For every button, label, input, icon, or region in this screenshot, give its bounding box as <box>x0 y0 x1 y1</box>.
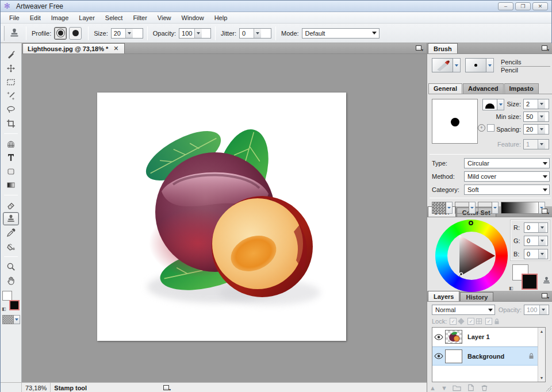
menu-select[interactable]: Select <box>100 13 128 22</box>
scroll-down-icon[interactable]: ▼ <box>538 374 545 382</box>
scatter-resource-button[interactable] <box>478 202 499 214</box>
default-colors-icon[interactable]: ◧ <box>509 286 513 291</box>
opacity-input[interactable]: 100 <box>179 28 211 39</box>
layer-name[interactable]: Background <box>467 353 504 360</box>
panel-menu-icon[interactable]: ▾ <box>163 385 171 391</box>
foreground-color-swatch[interactable] <box>9 300 20 310</box>
text-tool-icon[interactable] <box>3 151 19 164</box>
tab-brush[interactable]: Brush <box>428 43 458 53</box>
new-layer-icon[interactable] <box>466 384 475 391</box>
visibility-eye-icon[interactable] <box>432 334 445 340</box>
method-dropdown[interactable]: Mild cover <box>464 171 550 182</box>
tab-close-icon[interactable]: ✕ <box>113 45 119 52</box>
dropdown-arrow-icon[interactable] <box>446 202 453 214</box>
menu-filter[interactable]: Filter <box>128 13 152 22</box>
default-colors-icon[interactable]: ◧ <box>2 306 6 312</box>
texture-swatch[interactable] <box>2 315 14 324</box>
menu-view[interactable]: View <box>152 13 177 22</box>
jitter-spinner[interactable] <box>254 29 261 38</box>
lasso-tool-icon[interactable] <box>3 103 19 116</box>
size-spinner[interactable] <box>125 29 133 38</box>
zoom-level[interactable]: 73,18% <box>22 385 50 391</box>
spacing-checkbox[interactable] <box>487 124 494 132</box>
blend-mode-dropdown[interactable]: Normal <box>432 305 495 315</box>
crop-tool-icon[interactable] <box>3 117 19 130</box>
menu-window[interactable]: Window <box>177 13 209 22</box>
brush-size-input[interactable]: 2 <box>523 99 549 109</box>
layer-thumbnail[interactable] <box>445 349 462 363</box>
move-tool-icon[interactable] <box>3 62 19 75</box>
layer-row-background[interactable]: Background <box>432 347 538 366</box>
dropdown-arrow-icon[interactable] <box>453 58 461 72</box>
sv-triangle[interactable] <box>435 220 508 292</box>
resize-grip[interactable] <box>546 386 551 391</box>
tab-impasto[interactable]: Impasto <box>504 83 539 94</box>
dropdown-arrow-icon[interactable] <box>492 202 499 214</box>
dropdown-arrow-icon[interactable] <box>469 202 476 214</box>
close-button[interactable]: ✕ <box>532 2 548 10</box>
min-size-input[interactable]: 50 <box>523 112 549 122</box>
green-spinner[interactable] <box>538 236 546 245</box>
green-input[interactable]: 0 <box>524 236 548 246</box>
shape-tool-icon[interactable] <box>3 164 19 178</box>
mode-dropdown[interactable]: Default <box>302 28 379 39</box>
layer-list-scrollbar[interactable]: ▲ ▼ <box>538 328 545 382</box>
panel-menu-icon[interactable]: ▾ <box>542 45 549 52</box>
paint-bucket-tool-icon[interactable] <box>3 240 19 253</box>
eraser-tool-icon[interactable] <box>3 198 19 212</box>
spacing-spinner[interactable] <box>538 125 545 134</box>
tab-general[interactable]: General <box>428 83 462 94</box>
texture-dropdown-icon[interactable] <box>14 315 20 324</box>
panel-menu-icon[interactable]: ▾ <box>542 293 549 299</box>
brush-tip-button[interactable] <box>482 99 504 110</box>
menu-layer[interactable]: Layer <box>74 13 100 22</box>
delete-layer-icon[interactable] <box>480 384 489 391</box>
menu-file[interactable]: File <box>4 13 25 22</box>
move-layer-down-icon[interactable]: ▼ <box>441 385 447 391</box>
title-bar[interactable]: ✻ Artweaver Free – ❐ ✕ <box>1 1 551 12</box>
panel-menu-icon[interactable]: ▾ <box>542 209 549 215</box>
layer-name[interactable]: Layer 1 <box>467 333 490 340</box>
brush-category-button[interactable] <box>432 58 461 72</box>
eyedropper-tool-icon[interactable] <box>3 226 19 239</box>
size-input[interactable]: 20 <box>111 28 143 39</box>
hand-tool-icon[interactable] <box>3 274 19 287</box>
red-spinner[interactable] <box>538 223 546 232</box>
gradient-resource-button[interactable] <box>501 202 545 214</box>
move-layer-up-icon[interactable]: ▲ <box>430 385 436 391</box>
menu-image[interactable]: Image <box>46 13 74 22</box>
mesh-tool-icon[interactable] <box>3 137 19 150</box>
zoom-tool-icon[interactable] <box>3 260 19 273</box>
toolbar-grip[interactable] <box>2 26 5 41</box>
texture-resource-button[interactable] <box>432 202 453 214</box>
minimize-button[interactable]: – <box>498 2 513 10</box>
menu-help[interactable]: Help <box>209 13 233 22</box>
tab-advanced[interactable]: Advanced <box>463 83 504 94</box>
magic-wand-tool-icon[interactable] <box>3 89 19 102</box>
brush-variant-button[interactable] <box>465 58 494 72</box>
maximize-button[interactable]: ❐ <box>515 2 531 10</box>
gradient-tool-icon[interactable] <box>3 178 19 191</box>
new-group-icon[interactable] <box>453 384 461 391</box>
stamp-tool-icon[interactable] <box>3 212 19 225</box>
visibility-eye-icon[interactable] <box>432 353 445 359</box>
layer-row-layer1[interactable]: Layer 1 <box>432 328 538 347</box>
type-dropdown[interactable]: Circular <box>464 158 550 168</box>
opacity-spinner[interactable] <box>194 29 202 38</box>
hue-wheel[interactable] <box>435 220 508 292</box>
red-input[interactable]: 0 <box>524 222 548 233</box>
foreground-color-swatch[interactable] <box>522 274 538 290</box>
profile-hard-button[interactable] <box>69 27 82 40</box>
scroll-up-icon[interactable]: ▲ <box>538 328 545 335</box>
dropdown-arrow-icon[interactable] <box>497 99 504 110</box>
pattern-resource-button[interactable] <box>455 202 476 214</box>
tab-layers[interactable]: Layers <box>428 291 459 301</box>
document-tab[interactable]: Lighthouse.jpg @ 73,18% * ✕ <box>22 43 125 53</box>
layer-thumbnail[interactable] <box>445 330 462 344</box>
spacing-input[interactable]: 20 <box>523 124 549 134</box>
paintbrush-tool-icon[interactable] <box>3 48 19 61</box>
min-size-spinner[interactable] <box>538 112 545 121</box>
dropdown-arrow-icon[interactable] <box>486 58 494 72</box>
profile-soft-button[interactable] <box>54 27 67 40</box>
blue-input[interactable]: 0 <box>524 249 548 259</box>
